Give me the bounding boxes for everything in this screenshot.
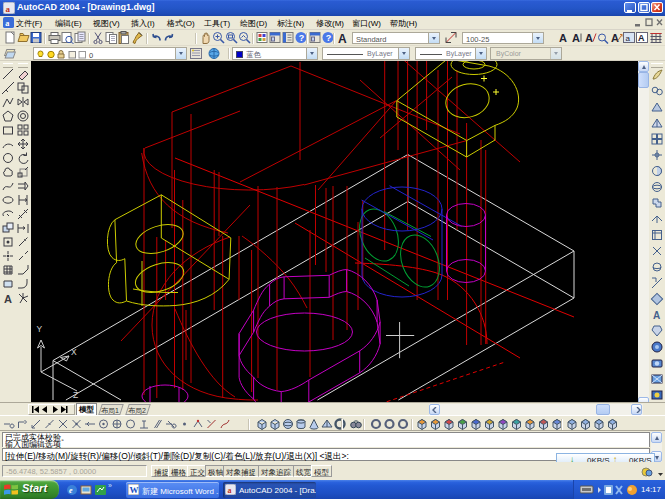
svg-text:e: e [69, 486, 73, 495]
svg-text:Y: Y [37, 324, 43, 334]
svg-text:a: a [6, 4, 11, 14]
svg-text:W: W [130, 485, 139, 495]
svg-text:A: A [585, 32, 593, 44]
svg-text:A: A [638, 33, 645, 43]
svg-text:A: A [559, 32, 567, 44]
svg-text:X: X [71, 347, 77, 357]
svg-text:A: A [653, 310, 660, 321]
svg-text:Z: Z [73, 390, 78, 400]
svg-text:A: A [4, 293, 12, 305]
svg-text:A: A [572, 32, 580, 44]
svg-text:0: 0 [89, 51, 93, 60]
svg-text:a: a [5, 19, 9, 28]
svg-text:a: a [626, 34, 631, 43]
svg-text:A: A [611, 32, 619, 44]
svg-text:a: a [228, 486, 232, 495]
